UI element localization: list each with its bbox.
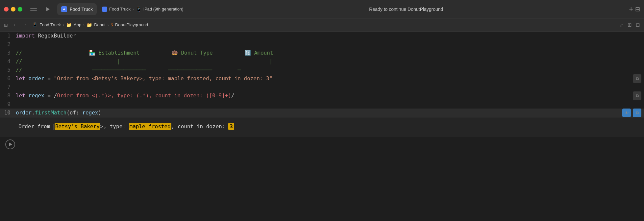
bc-sep-2: › xyxy=(83,23,85,27)
line10-eye-button[interactable]: 👁 xyxy=(622,109,631,117)
tab-title: Food Truck xyxy=(70,7,93,12)
code-line-7: 7 xyxy=(0,83,644,91)
line-content-4: // | | | xyxy=(16,57,644,66)
maximize-button[interactable] xyxy=(18,7,22,12)
tab-group: Food Truck xyxy=(57,3,97,15)
layout-button[interactable]: ⊟ xyxy=(636,22,640,28)
bc-playground: DonutPlayground xyxy=(115,22,148,27)
title-bar: Food Truck Food Truck › 📱 iPad (9th gene… xyxy=(0,0,644,18)
line-content-7 xyxy=(16,83,644,91)
sidebar-toggle-button[interactable] xyxy=(30,6,39,12)
code-line-1: 1 import RegexBuilder xyxy=(0,32,644,40)
code-line-5: 5 // ───────────────── ────────────── ─ xyxy=(0,66,644,74)
line-content-1: import RegexBuilder xyxy=(16,32,644,40)
code-editor[interactable]: 1 import RegexBuilder 2 3 // 🏪 Establish… xyxy=(0,32,644,221)
line-number-7: 7 xyxy=(0,83,16,91)
bc-sep-1: › xyxy=(63,23,64,27)
breadcrumb-app-icon xyxy=(102,7,107,12)
bc-app-icon: 📁 xyxy=(66,22,72,28)
result-count: 3 xyxy=(228,123,234,130)
bc-swift-icon: 𝑆 xyxy=(111,22,113,28)
line-content-6: let order = "Order from <Betsy's Bakery>… xyxy=(16,74,644,83)
bottom-play-button[interactable] xyxy=(5,139,15,149)
code-line-9: 9 xyxy=(0,100,644,109)
add-tab-button[interactable]: + xyxy=(629,6,633,13)
bc-sep-3: › xyxy=(108,23,109,27)
line10-copy-button[interactable]: ⧉ xyxy=(633,109,641,117)
line-content-5: // ───────────────── ────────────── ─ xyxy=(16,66,644,74)
window-breadcrumb: Food Truck › 📱 iPad (9th generation) Rea… xyxy=(102,6,640,13)
line-number-6: 6 xyxy=(0,74,16,83)
result-establishment: Betsy's Bakery xyxy=(55,123,100,130)
result-count-label: , count in dozen: xyxy=(171,123,228,130)
code-line-4: 4 // | | | xyxy=(0,57,644,66)
tab-app-icon xyxy=(61,6,67,12)
bc-donut-icon: 📁 xyxy=(87,22,92,28)
breadcrumb-food-truck: Food Truck xyxy=(109,7,131,12)
line-content-2 xyxy=(16,40,644,49)
result-prefix: Order from xyxy=(18,123,53,130)
line-number-3: 3 xyxy=(0,49,16,57)
line8-action-button[interactable]: ⧉ xyxy=(633,91,641,100)
editor-container: 1 import RegexBuilder 2 3 // 🏪 Establish… xyxy=(0,32,644,221)
bc-food-truck: Food Truck xyxy=(39,22,61,27)
status-text: Ready to continue DonutPlayground xyxy=(369,7,443,12)
code-line-2: 2 xyxy=(0,40,644,49)
line-number-5: 5 xyxy=(0,66,16,74)
line-number-1: 1 xyxy=(0,32,16,40)
nav-forward-button[interactable]: › xyxy=(21,20,30,30)
traffic-lights xyxy=(4,7,22,12)
bc-app: App xyxy=(74,22,81,27)
nav-back-button[interactable]: ‹ xyxy=(10,20,19,30)
result-middle: >, type: xyxy=(100,123,129,130)
breadcrumb-sep-1: › xyxy=(133,7,134,12)
line-number-4: 4 xyxy=(0,57,16,66)
bottom-bar xyxy=(0,136,644,153)
svg-rect-1 xyxy=(103,8,106,11)
line6-action-button[interactable]: ⧉ xyxy=(633,74,641,83)
breadcrumb-bar: ⊞ ‹ › 📱 Food Truck › 📁 App › 📁 Donut › 𝑆… xyxy=(0,18,644,32)
grid-icon: ⊞ xyxy=(4,22,8,28)
code-line-6: 6 let order = "Order from <Betsy's Baker… xyxy=(0,74,644,83)
result-donut-type: maple frosted xyxy=(129,123,171,130)
breadcrumb-device: iPad (9th generation) xyxy=(143,7,183,12)
line-content-8: let regex = /Order from <(.*)>, type: (.… xyxy=(16,91,644,100)
code-line-10: 10 order.firstMatch(of: regex) 👁 ⧉ xyxy=(0,109,644,117)
line-number-2: 2 xyxy=(0,40,16,49)
line-content-9 xyxy=(16,100,644,109)
line-number-8: 8 xyxy=(0,91,16,100)
bc-donut: Donut xyxy=(94,22,106,27)
line-number-10: 10 xyxy=(0,109,16,117)
cursor xyxy=(54,124,54,130)
result-line: Order from Betsy's Bakery>, type: maple … xyxy=(18,122,641,132)
close-button[interactable] xyxy=(4,7,9,12)
line-content-10: order.firstMatch(of: regex) xyxy=(16,109,644,117)
editor-options-button[interactable]: ⊞ xyxy=(628,22,632,28)
code-line-3: 3 // 🏪 Establishment 🍩 Donut Type 🔢 Amou… xyxy=(0,49,644,57)
run-button[interactable] xyxy=(44,5,52,13)
code-line-8: 8 let regex = /Order from <(.*)>, type: … xyxy=(0,91,644,100)
split-view-button[interactable]: ⊟ xyxy=(635,6,640,13)
expand-button[interactable]: ⤢ xyxy=(619,22,624,28)
breadcrumb-actions: ⤢ ⊞ ⊟ xyxy=(619,22,640,28)
result-area: Order from Betsy's Bakery>, type: maple … xyxy=(0,117,644,136)
line-number-9: 9 xyxy=(0,100,16,109)
line-content-3: // 🏪 Establishment 🍩 Donut Type 🔢 Amount xyxy=(16,49,644,57)
minimize-button[interactable] xyxy=(11,7,15,12)
